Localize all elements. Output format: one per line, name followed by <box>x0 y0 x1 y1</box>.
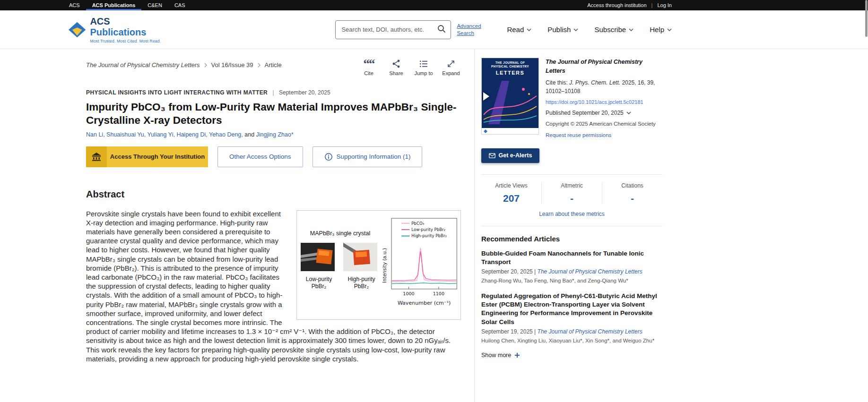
topbar-cen-link[interactable]: C&EN <box>141 0 168 10</box>
cite-journal-abbr: J. Phys. Chem. Lett. <box>569 79 620 86</box>
get-e-alerts-button[interactable]: Get e-Alerts <box>481 148 539 163</box>
low-purity-crystal-photo <box>301 243 335 271</box>
logo-title-publications: Publications <box>90 27 146 37</box>
nav-read[interactable]: Read <box>507 26 531 34</box>
cover-line2: PHYSICAL CHEMISTRY <box>491 65 529 68</box>
access-institution-button[interactable]: Access Through Your Institution <box>86 146 208 167</box>
cite-this-line: Cite this: J. Phys. Chem. Lett. 2025, 16… <box>546 78 662 95</box>
topbar-separator: | <box>651 0 653 10</box>
recommended-article-title[interactable]: Bubble-Guided Foam Nanochannels for Tuna… <box>481 249 662 266</box>
acs-logo-icon <box>69 22 86 38</box>
copyright-notice: Copyright © 2025 American Chemical Socie… <box>546 120 662 128</box>
share-button[interactable]: Share <box>386 59 406 76</box>
nav-read-label: Read <box>507 26 524 34</box>
cite-icon: ““ <box>364 59 374 69</box>
show-more-button[interactable]: Show more <box>481 352 662 359</box>
breadcrumb-journal[interactable]: The Journal of Physical Chemistry Letter… <box>86 61 200 68</box>
recommended-article-title[interactable]: Regulated Aggregation of Phenyl-C61-Buty… <box>481 292 662 326</box>
cite-button[interactable]: ““ Cite <box>359 59 379 76</box>
abstract-section: MAPbBr₃ single crystal Low-purity PbBr₂ <box>86 209 461 363</box>
author-link[interactable]: Yuliang Yi, <box>148 131 177 138</box>
show-more-label: Show more <box>481 352 511 359</box>
cover-publisher-strip <box>482 128 538 134</box>
recommended-article: Regulated Aggregation of Phenyl-C61-Buty… <box>481 292 662 344</box>
access-through-institution-link[interactable]: Access through institution <box>587 0 646 10</box>
recommended-article: Bubble-Guided Foam Nanochannels for Tuna… <box>481 249 662 285</box>
spectrum-panel: PbCO₃ Low-purity PbBr₂ High-purity PbBr₂… <box>381 211 460 319</box>
chevron-down-icon <box>626 111 631 114</box>
jump-to-button[interactable]: Jump to <box>414 59 434 76</box>
nav-help[interactable]: Help <box>650 26 672 34</box>
journal-title[interactable]: The Journal of Physical Chemistry Letter… <box>546 58 662 76</box>
cover-line3: LETTERS <box>483 69 537 76</box>
journal-cover-art <box>482 77 538 124</box>
legend-pbco3: PbCO₃ <box>411 221 424 225</box>
search-button[interactable] <box>434 22 449 37</box>
chevron-down-icon <box>667 28 672 31</box>
login-link[interactable]: Log In <box>657 0 672 10</box>
author-link[interactable]: Jingjing Zhao* <box>256 131 294 138</box>
doi-link[interactable]: https://doi.org/10.1021/acs.jpclett.5c02… <box>546 98 662 106</box>
x-axis-label: Wavenumber (cm⁻¹) <box>398 299 451 306</box>
recommended-article-authors: Zhang-Rong Wu, Tao Feng, Ning Bao*, and … <box>481 277 662 284</box>
chevron-down-icon <box>573 28 578 31</box>
topbar: ACS ACS Publications C&EN CAS Access thr… <box>0 0 868 10</box>
search-box <box>335 20 451 39</box>
acs-publications-logo[interactable]: ACS Publications Most Trusted. Most Cite… <box>69 16 165 43</box>
article-tools: ““ Cite Share Jump to <box>359 59 461 76</box>
topbar-acs-link[interactable]: ACS <box>63 0 86 10</box>
cite-prefix: Cite this: <box>546 79 569 86</box>
other-access-options-label: Other Access Options <box>229 153 291 160</box>
cite-label: Cite <box>364 70 373 76</box>
chevron-down-icon <box>527 28 531 31</box>
publication-history-toggle[interactable]: Published September 20, 2025 <box>546 109 662 117</box>
crystal-photos-panel: MAPbBr₃ single crystal Low-purity PbBr₂ <box>297 211 381 319</box>
envelope-icon <box>489 153 495 158</box>
access-options-row: Access Through Your Institution Other Ac… <box>86 146 461 167</box>
other-access-options-button[interactable]: Other Access Options <box>217 146 303 167</box>
nav-publish[interactable]: Publish <box>547 26 578 34</box>
chevron-down-icon <box>629 28 634 31</box>
photo2-caption: High-purity PbBr₂ <box>343 276 380 290</box>
author-link[interactable]: Haipeng Di, <box>176 131 209 138</box>
jump-to-list-icon <box>419 59 428 69</box>
views-label: Article Views <box>481 182 541 189</box>
nav-help-label: Help <box>650 26 664 34</box>
author-link[interactable]: Yehao Deng, <box>209 131 244 138</box>
metric-citations: Citations - <box>602 182 662 204</box>
get-e-alerts-label: Get e-Alerts <box>499 152 532 159</box>
learn-about-metrics-link[interactable]: Learn about these metrics <box>481 211 662 217</box>
expand-label: Expand <box>442 70 460 76</box>
raman-spectrum-chart: PbCO₃ Low-purity PbBr₂ High-purity PbBr₂… <box>381 214 460 316</box>
recommended-article-journal-link[interactable]: The Journal of Physical Chemistry Letter… <box>538 328 642 335</box>
abstract-heading: Abstract <box>86 189 461 200</box>
play-icon[interactable] <box>483 92 489 101</box>
nav-subscribe[interactable]: Subscribe <box>594 26 634 34</box>
advanced-search-link[interactable]: Advanced Search <box>457 23 486 37</box>
supporting-information-button[interactable]: Supporting Information (1) <box>312 146 423 167</box>
request-reuse-permissions-link[interactable]: Request reuse permissions <box>546 132 611 138</box>
legend-high-purity: High-purity PbBr₂ <box>411 233 447 238</box>
crystal-label: MAPbBr₃ single crystal <box>310 230 370 237</box>
high-purity-crystal-photo <box>343 243 377 271</box>
photo1-caption: Low-purity PbBr₂ <box>301 276 338 290</box>
topbar-acs-publications-link[interactable]: ACS Publications <box>86 0 142 10</box>
journal-cover[interactable]: THE JOURNAL OF PHYSICAL CHEMISTRY LETTER… <box>481 58 539 135</box>
article-category-row: PHYSICAL INSIGHTS INTO LIGHT INTERACTING… <box>86 89 461 96</box>
x-tick-1100: 1100 <box>433 291 444 296</box>
recommended-article-journal-link[interactable]: The Journal of Physical Chemistry Letter… <box>538 268 642 275</box>
author-link[interactable]: Nan Li, <box>86 131 106 138</box>
expand-button[interactable]: Expand <box>441 59 461 76</box>
author-link[interactable]: Shuaishuai Yu, <box>106 131 147 138</box>
expand-icon <box>446 59 456 69</box>
author-list: Nan Li, Shuaishuai Yu, Yuliang Yi, Haipe… <box>86 131 461 138</box>
topbar-cas-link[interactable]: CAS <box>168 0 191 10</box>
abstract-graphic: MAPbBr₃ single crystal Low-purity PbBr₂ <box>296 210 461 320</box>
article-title: Impurity PbCO₃ from Low-Purity Raw Mater… <box>86 101 461 128</box>
special-issue-label[interactable]: PHYSICAL INSIGHTS INTO LIGHT INTERACTING… <box>86 89 268 96</box>
recommended-heading: Recommended Articles <box>481 235 662 243</box>
plus-icon <box>514 352 520 358</box>
scrollbar-thumb[interactable] <box>865 0 868 37</box>
breadcrumb-issue[interactable]: Vol 16/Issue 39 <box>211 61 253 68</box>
site-header: ACS Publications Most Trusted. Most Cite… <box>0 10 868 49</box>
